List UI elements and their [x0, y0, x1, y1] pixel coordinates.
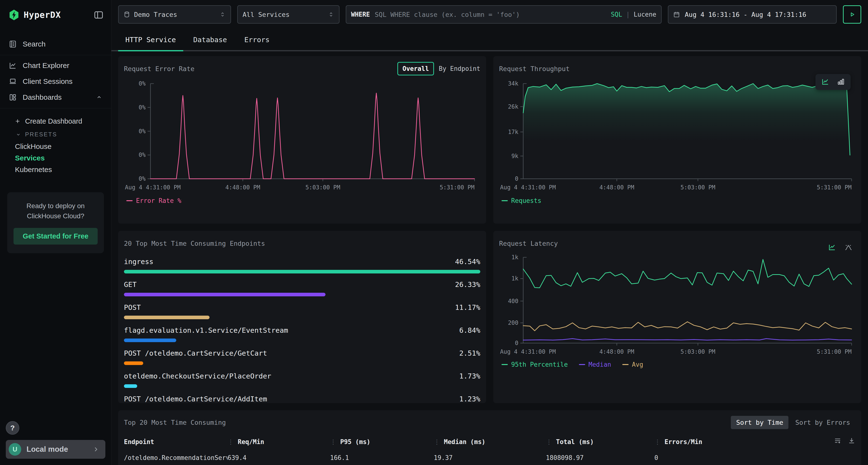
- get-started-button[interactable]: Get Started for Free: [13, 228, 98, 244]
- endpoint-label: ingress: [124, 258, 153, 266]
- run-query-button[interactable]: [843, 5, 861, 24]
- lucene-mode-toggle[interactable]: Lucene: [633, 11, 656, 18]
- svg-text:5:03:00 PM: 5:03:00 PM: [306, 184, 340, 191]
- endpoint-label: flagd.evaluation.v1.Service/EventStream: [124, 326, 288, 334]
- endpoint-item[interactable]: POST /oteldemo.CartService/GetCart2.51%: [124, 349, 480, 372]
- endpoint-item[interactable]: POST /oteldemo.CartService/AddItem1.23%: [124, 395, 480, 403]
- endpoint-item[interactable]: flagd.evaluation.v1.Service/EventStream6…: [124, 326, 480, 349]
- endpoint-label: oteldemo.CheckoutService/PlaceOrder: [124, 372, 271, 380]
- sidebar-section-main: Chart Explorer Client Sessions Dashboard…: [0, 55, 111, 108]
- service-select[interactable]: All Services: [237, 5, 340, 24]
- service-select-value: All Services: [243, 11, 289, 18]
- legend-item[interactable]: 95th Percentile: [501, 361, 568, 368]
- sidebar-item-clickhouse[interactable]: ClickHouse: [0, 141, 111, 152]
- sidebar-collapse-icon[interactable]: [94, 10, 103, 20]
- table-header-row: Endpoint Req/Min P95 (ms) Median (ms) To…: [124, 438, 856, 445]
- create-dashboard-button[interactable]: Create Dashboard: [0, 114, 111, 128]
- endpoint-bar: [124, 361, 143, 365]
- endpoint-item[interactable]: oteldemo.CheckoutService/PlaceOrder1.73%: [124, 372, 480, 395]
- query-language-switch: SQL | Lucene: [611, 11, 656, 18]
- column-header-median[interactable]: Median (ms): [434, 438, 546, 445]
- svg-text:Aug 4 4:31:00 PM: Aug 4 4:31:00 PM: [125, 184, 181, 191]
- chart-type-toolbar: [815, 74, 850, 90]
- histogram-icon[interactable]: [844, 243, 852, 252]
- sidebar-item-label: Chart Explorer: [23, 61, 69, 70]
- sidebar-item-services[interactable]: Services: [0, 152, 111, 164]
- presets-toggle[interactable]: PRESETS: [0, 128, 111, 141]
- column-header-p95[interactable]: P95 (ms): [330, 438, 434, 445]
- endpoint-value: 1.73%: [459, 372, 480, 380]
- bar-chart-icon[interactable]: [837, 78, 845, 86]
- sidebar-section-search: Search: [0, 36, 111, 55]
- column-header-req-min[interactable]: Req/Min: [227, 438, 330, 445]
- line-chart-icon[interactable]: [828, 243, 836, 252]
- legend-item[interactable]: Error Rate %: [126, 197, 181, 204]
- panel-request-error-rate: Request Error Rate Overall By Endpoint 0…: [118, 56, 486, 224]
- chart-explorer-icon: [9, 61, 17, 70]
- svg-text:400: 400: [508, 298, 518, 304]
- clickhouse-cloud-promo: Ready to deploy on ClickHouse Cloud? Get…: [7, 192, 104, 253]
- by-endpoint-toggle-button[interactable]: By Endpoint: [439, 65, 480, 72]
- legend-item[interactable]: Avg: [622, 361, 643, 368]
- sort-by-errors-button[interactable]: Sort by Errors: [790, 416, 856, 429]
- where-clause-field[interactable]: WHERE SQL | Lucene: [346, 5, 661, 24]
- svg-text:Aug 4 4:31:00 PM: Aug 4 4:31:00 PM: [500, 184, 556, 191]
- svg-text:34k: 34k: [508, 80, 519, 87]
- tab-errors[interactable]: Errors: [237, 36, 277, 51]
- sidebar-item-chart-explorer[interactable]: Chart Explorer: [0, 58, 111, 73]
- chevron-right-icon: [92, 446, 100, 453]
- endpoint-bar: [124, 338, 176, 342]
- source-select[interactable]: Demo Traces: [118, 5, 231, 24]
- column-header-total[interactable]: Total (ms): [546, 438, 654, 445]
- create-dashboard-label: Create Dashboard: [25, 117, 82, 125]
- sidebar-item-search[interactable]: Search: [0, 36, 111, 52]
- time-range-picker[interactable]: Aug 4 16:31:16 - Aug 4 17:31:16: [668, 5, 837, 24]
- download-icon[interactable]: [848, 437, 856, 444]
- sidebar-item-dashboards[interactable]: Dashboards: [0, 89, 111, 105]
- preset-label: ClickHouse: [15, 142, 52, 151]
- latency-chart: 1k1k4002000Aug 4 4:31:00 PM4:48:00 PM5:0…: [499, 254, 856, 357]
- endpoint-item[interactable]: POST11.17%: [124, 303, 480, 326]
- play-icon: [848, 11, 856, 18]
- chevron-down-icon: [16, 132, 21, 137]
- endpoint-label: POST /oteldemo.CartService/GetCart: [124, 349, 267, 357]
- main-area: Demo Traces All Services WHERE SQL | Luc…: [112, 0, 868, 465]
- line-chart-icon[interactable]: [821, 78, 830, 86]
- endpoint-value: 2.51%: [459, 349, 480, 357]
- endpoint-label: POST: [124, 303, 141, 311]
- legend-dash: [579, 364, 585, 365]
- svg-text:200: 200: [508, 320, 518, 326]
- where-input[interactable]: [375, 11, 611, 18]
- tab-database[interactable]: Database: [186, 36, 235, 51]
- panel-request-throughput: Request Throughput 34k26k17k9k0Aug 4 4:3…: [493, 56, 861, 224]
- endpoint-item[interactable]: GET26.33%: [124, 280, 480, 303]
- tab-http-service[interactable]: HTTP Service: [118, 36, 183, 51]
- help-button[interactable]: ?: [6, 421, 19, 435]
- endpoint-item[interactable]: ingress46.54%: [124, 257, 480, 280]
- svg-text:0: 0: [515, 340, 518, 346]
- chart-legend: 95th PercentileMedianAvg: [499, 361, 856, 368]
- endpoint-value: 6.84%: [459, 326, 480, 334]
- promo-text-line1: Ready to deploy on: [13, 201, 98, 211]
- column-header-endpoint[interactable]: Endpoint: [124, 438, 227, 445]
- user-menu[interactable]: U Local mode: [6, 440, 105, 459]
- error-rate-chart: 0%0%0%0%0%Aug 4 4:31:00 PM4:48:00 PM5:03…: [124, 79, 480, 193]
- column-header-errors-min[interactable]: Errors/Min: [654, 438, 856, 445]
- legend-item[interactable]: Requests: [501, 197, 541, 204]
- endpoint-value: 46.54%: [455, 258, 480, 266]
- sort-by-time-button[interactable]: Sort by Time: [731, 416, 788, 429]
- legend-item[interactable]: Median: [579, 361, 611, 368]
- panel-request-latency: Request Latency 1k1k4002000Aug 4 4:31:00…: [493, 231, 861, 403]
- sidebar-item-kubernetes[interactable]: Kubernetes: [0, 164, 111, 175]
- time-range-value: Aug 4 16:31:16 - Aug 4 17:31:16: [685, 11, 806, 18]
- row-wrap-icon[interactable]: [834, 437, 841, 444]
- dashboard-content: Request Error Rate Overall By Endpoint 0…: [112, 51, 868, 465]
- sidebar-item-label: Dashboards: [23, 93, 62, 101]
- table-row[interactable]: /oteldemo.RecommendationServ 639.4 166.1…: [124, 454, 856, 461]
- sql-mode-toggle[interactable]: SQL: [611, 11, 622, 18]
- overall-toggle-button[interactable]: Overall: [397, 62, 434, 75]
- sidebar: HyperDX Search Chart Explorer: [0, 0, 112, 465]
- endpoint-bar: [124, 270, 480, 273]
- cell-total: 1808098.97: [546, 454, 654, 461]
- sidebar-item-client-sessions[interactable]: Client Sessions: [0, 73, 111, 89]
